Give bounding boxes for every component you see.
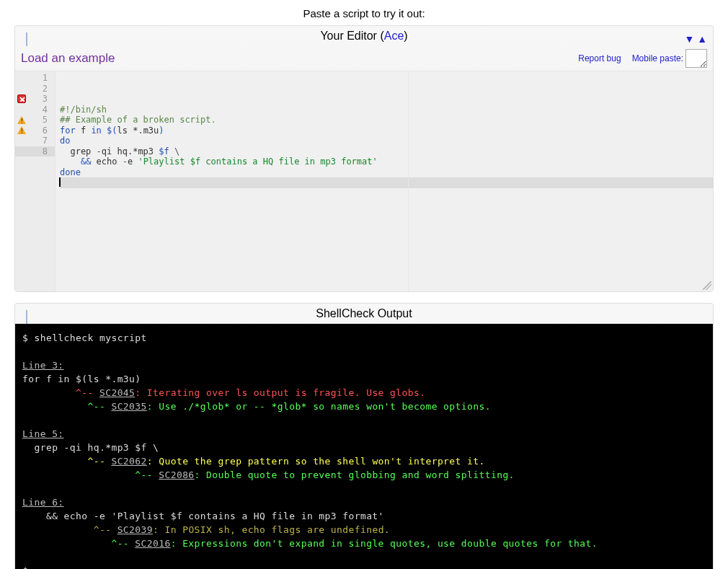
code-line[interactable]: for f in $(ls *.m3u) (60, 125, 713, 136)
output-src-line: grep -qi hq.*mp3 $f \ (22, 442, 159, 453)
document-icon (21, 307, 32, 320)
output-src-line: for f in $(ls *.m3u) (22, 374, 141, 384)
code-line[interactable]: #!/bin/sh (60, 105, 713, 115)
code-line[interactable]: ## Example of a broken script. (60, 115, 713, 125)
sc-code-link[interactable]: SC2045 (99, 387, 135, 398)
warning-icon (17, 116, 26, 124)
output-line-link[interactable]: Line 3: (22, 360, 64, 371)
code-line[interactable] (60, 177, 713, 188)
editor-ace-link[interactable]: Ace (384, 30, 404, 42)
output-end-prompt: $ (22, 565, 28, 569)
output-panel-title: ShellCheck Output (316, 307, 412, 319)
code-line[interactable]: do (60, 136, 713, 146)
gutter-line: 3 (15, 94, 55, 105)
output-line-link[interactable]: Line 6: (22, 497, 64, 508)
editor-panel-header: Your Editor (Ace) ▼ ▲ (15, 26, 713, 46)
sc-code-link[interactable]: SC2016 (135, 538, 170, 549)
output-command: $ shellcheck myscript (22, 332, 147, 343)
sc-code-link[interactable]: SC2062 (111, 456, 146, 467)
sc-code-link[interactable]: SC2039 (117, 524, 153, 535)
gutter-line: 5 (15, 115, 55, 125)
print-margin (408, 71, 409, 291)
gutter-line: 4 (15, 105, 55, 115)
page-prompt: Paste a script to try it out: (14, 3, 714, 25)
output-panel: ShellCheck Output $ shellcheck myscript … (14, 303, 714, 569)
sc-code-link[interactable]: SC2035 (111, 401, 146, 412)
gutter-line: 1 (15, 73, 55, 84)
collapse-down-icon[interactable]: ▼ (684, 29, 694, 49)
editor-panel: Your Editor (Ace) ▼ ▲ Load an example Re… (14, 25, 714, 292)
editor-title-suffix: ) (404, 30, 407, 42)
editor-subheader: Load an example Report bug Mobile paste: (15, 46, 713, 71)
document-icon (21, 30, 32, 43)
gutter-line: 8 (15, 146, 55, 157)
editor-gutter: 12345678 (15, 71, 56, 291)
gutter-line: 2 (15, 84, 55, 94)
report-bug-link[interactable]: Report bug (578, 53, 621, 63)
sc-code-link[interactable]: SC2086 (159, 469, 194, 480)
collapse-up-icon[interactable]: ▲ (697, 29, 707, 49)
code-line[interactable]: done (60, 167, 713, 178)
warning-icon (17, 126, 26, 134)
error-icon (17, 94, 26, 103)
shellcheck-output: $ shellcheck myscript Line 3: for f in $… (15, 324, 713, 569)
code-line[interactable]: && echo -e 'Playlist $f contains a HQ fi… (60, 156, 713, 167)
mobile-paste-input[interactable] (685, 49, 707, 68)
output-line-link[interactable]: Line 5: (22, 428, 64, 439)
code-editor[interactable]: 12345678 #!/bin/sh## Example of a broken… (15, 71, 713, 291)
gutter-line: 6 (15, 125, 55, 136)
load-example-link[interactable]: Load an example (21, 51, 115, 66)
editor-title-prefix: Your Editor ( (320, 30, 383, 42)
editor-code-area[interactable]: #!/bin/sh## Example of a broken script.f… (56, 71, 713, 291)
mobile-paste-label: Mobile paste: (632, 53, 683, 63)
output-panel-header: ShellCheck Output (15, 304, 713, 324)
output-src-line: && echo -e 'Playlist $f contains a HQ fi… (22, 511, 384, 521)
cursor (59, 177, 61, 187)
code-line[interactable]: grep -qi hq.*mp3 $f \ (60, 146, 713, 157)
